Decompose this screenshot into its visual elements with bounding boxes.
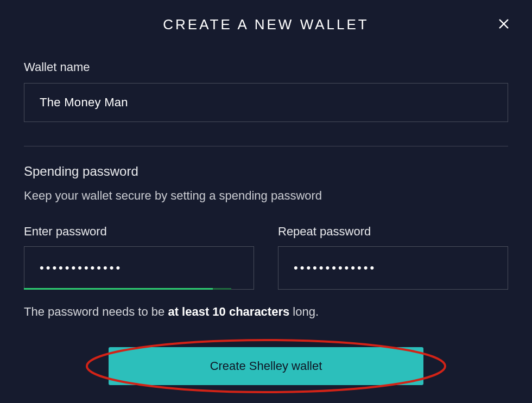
close-icon	[498, 18, 510, 30]
spending-password-desc: Keep your wallet secure by setting a spe…	[24, 189, 508, 203]
create-wallet-dialog: CREATE A NEW WALLET Wallet name Spending…	[0, 0, 532, 403]
password-strength-bar	[24, 288, 254, 290]
enter-password-wrap	[24, 246, 254, 290]
repeat-password-col: Repeat password	[278, 225, 508, 290]
spending-password-title: Spending password	[24, 164, 508, 179]
spending-password-section: Spending password Keep your wallet secur…	[24, 164, 508, 319]
password-hint-pre: The password needs to be	[24, 305, 168, 318]
enter-password-input[interactable]	[24, 246, 254, 290]
repeat-password-input[interactable]	[278, 246, 508, 290]
password-hint-bold: at least 10 characters	[168, 305, 289, 318]
dialog-header: CREATE A NEW WALLET	[24, 16, 508, 33]
wallet-name-label: Wallet name	[24, 60, 508, 74]
enter-password-label: Enter password	[24, 225, 254, 239]
create-shelley-wallet-button[interactable]: Create Shelley wallet	[109, 347, 423, 385]
password-hint: The password needs to be at least 10 cha…	[24, 305, 508, 319]
close-button[interactable]	[496, 16, 511, 31]
password-strength-tail	[213, 288, 231, 290]
password-strength-fill	[24, 288, 213, 290]
dialog-title: CREATE A NEW WALLET	[24, 16, 508, 33]
repeat-password-wrap	[278, 246, 508, 290]
wallet-name-section: Wallet name	[24, 60, 508, 122]
repeat-password-label: Repeat password	[278, 225, 508, 239]
create-button-wrap: Create Shelley wallet	[24, 347, 508, 385]
divider	[24, 146, 508, 146]
enter-password-col: Enter password	[24, 225, 254, 290]
wallet-name-input[interactable]	[24, 83, 508, 122]
password-row: Enter password Repeat password	[24, 225, 508, 290]
password-hint-post: long.	[289, 305, 319, 318]
